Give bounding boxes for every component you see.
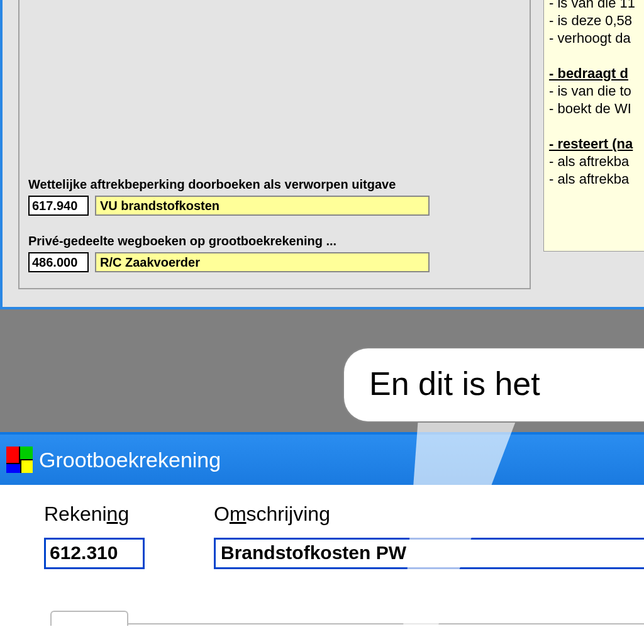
note-line: - als aftrekba bbox=[549, 170, 644, 188]
note-line: - boekt de WI bbox=[549, 100, 644, 118]
note-line: - is deze 0,58 bbox=[549, 12, 644, 30]
app-icon bbox=[6, 447, 33, 473]
tab-strip[interactable] bbox=[50, 623, 644, 644]
field-vu: Wettelijke aftrekbeperking doorboeken al… bbox=[28, 177, 430, 216]
field-vu-desc[interactable]: VU brandstofkosten bbox=[95, 196, 430, 216]
note-heading: - resteert (na bbox=[549, 135, 644, 153]
speech-bubble-text: En dit is het bbox=[369, 365, 540, 402]
rekening-input[interactable]: 612.310 bbox=[44, 538, 145, 569]
note-heading: - bedraagt d bbox=[549, 65, 644, 82]
omschrijving-label: Omschrijving bbox=[214, 502, 330, 526]
rekening-label: Rekening bbox=[44, 502, 129, 526]
field-vu-code[interactable]: 617.940 bbox=[28, 196, 89, 216]
form-area: Rekening Omschrijving 612.310 Brandstofk… bbox=[0, 485, 644, 644]
note-line: - als aftrekba bbox=[549, 153, 644, 170]
upper-panel: Wettelijke aftrekbeperking doorboeken al… bbox=[0, 0, 644, 309]
note-panel: - is van die 11 - is deze 0,58 - verhoog… bbox=[543, 0, 644, 252]
field-prive: Privé-gedeelte wegboeken op grootboekrek… bbox=[28, 234, 430, 272]
field-vu-label: Wettelijke aftrekbeperking doorboeken al… bbox=[28, 177, 430, 192]
window-title: Grootboekrekening bbox=[39, 448, 221, 472]
field-prive-label: Privé-gedeelte wegboeken op grootboekrek… bbox=[28, 234, 430, 248]
field-prive-desc[interactable]: R/C Zaakvoerder bbox=[95, 252, 430, 272]
titlebar[interactable]: Grootboekrekening bbox=[0, 435, 644, 485]
speech-bubble: En dit is het bbox=[343, 347, 644, 423]
grootboek-window: Grootboekrekening Rekening Omschrijving … bbox=[0, 432, 644, 644]
group-box: Wettelijke aftrekbeperking doorboeken al… bbox=[18, 0, 531, 289]
note-line: - is van die to bbox=[549, 82, 644, 100]
upper-wrap: Wettelijke aftrekbeperking doorboeken al… bbox=[0, 0, 644, 316]
note-line: - is van die 11 bbox=[549, 0, 644, 12]
note-line: - verhoogt da bbox=[549, 30, 644, 47]
field-prive-code[interactable]: 486.000 bbox=[28, 252, 89, 272]
